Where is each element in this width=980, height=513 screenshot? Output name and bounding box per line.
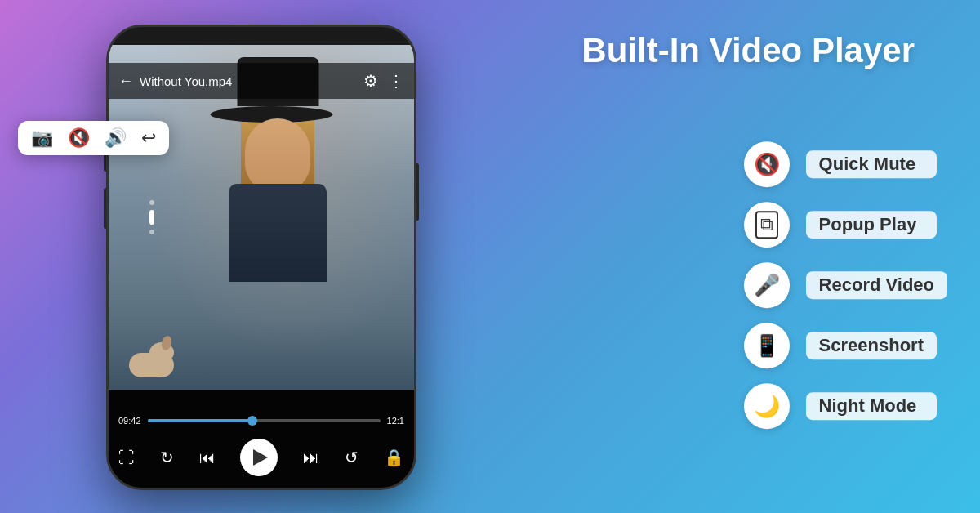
phone-notch [220, 27, 302, 45]
night-mode-icon-circle[interactable]: 🌙 [744, 383, 790, 429]
controls-bar: 09:42 12:1 ⛶ ↻ ⏮ ⏭ ↺ [109, 390, 414, 488]
feature-item-popup-play: ⧉ Popup Play [744, 202, 947, 248]
video-screen: ← Without You.mp4 ⚙ ⋮ 09:42 12:1 [109, 45, 414, 488]
popup-play-label: Popup Play [806, 211, 937, 239]
feature-item-quick-mute: 🔇 Quick Mute [744, 141, 947, 187]
phone-device: ← Without You.mp4 ⚙ ⋮ 09:42 12:1 [65, 25, 457, 490]
rotate-toolbar-icon[interactable]: ↩ [141, 127, 156, 149]
side-dot [149, 200, 154, 205]
feature-item-night-mode: 🌙 Night Mode [744, 383, 947, 429]
rotate-button[interactable]: ↺ [345, 448, 359, 467]
face [245, 118, 310, 192]
more-options-icon[interactable]: ⋮ [388, 71, 404, 91]
progress-section: 09:42 12:1 [118, 416, 404, 426]
side-dot [149, 230, 154, 234]
feature-item-record-video: 🎤 Record Video [744, 262, 947, 308]
prev-button[interactable]: ⏮ [199, 448, 216, 467]
night-mode-label: Night Mode [806, 392, 937, 420]
next-button[interactable]: ⏭ [303, 448, 319, 467]
quick-mute-icon-circle[interactable]: 🔇 [744, 141, 790, 187]
screenshot-toolbar-icon[interactable]: 📷 [31, 127, 53, 149]
total-time: 12:1 [387, 416, 404, 426]
screenshot-icon: 📱 [754, 333, 780, 359]
dog-figure [125, 341, 182, 386]
settings-icon[interactable]: ⚙ [363, 71, 378, 91]
feature-item-screenshot: 📱 Screenshort [744, 323, 947, 368]
night-mode-icon: 🌙 [754, 394, 780, 419]
quick-mute-label: Quick Mute [806, 150, 937, 178]
record-video-icon-circle[interactable]: 🎤 [744, 262, 790, 308]
progress-fill [148, 419, 252, 422]
screenshot-icon-circle[interactable]: 📱 [744, 323, 790, 368]
video-topbar: ← Without You.mp4 ⚙ ⋮ [109, 63, 414, 99]
screenshot-label: Screenshort [806, 332, 937, 359]
popup-play-icon-circle[interactable]: ⧉ [744, 202, 790, 248]
current-time: 09:42 [118, 416, 141, 426]
floating-toolbar: 📷 🔇 🔊 ↩ [18, 121, 169, 155]
dog-head [149, 342, 174, 363]
repeat-button[interactable]: ↻ [160, 448, 174, 467]
back-icon[interactable]: ← [118, 73, 133, 90]
phone-body: ← Without You.mp4 ⚙ ⋮ 09:42 12:1 [106, 25, 416, 490]
progress-track[interactable] [148, 419, 381, 422]
side-dot-active [149, 210, 154, 225]
playback-controls: ⛶ ↻ ⏮ ⏭ ↺ 🔒 [118, 439, 404, 476]
body-jacket [229, 184, 327, 282]
progress-thumb[interactable] [247, 416, 257, 426]
side-dots [149, 200, 154, 234]
record-video-label: Record Video [806, 271, 947, 299]
mute-toolbar-icon[interactable]: 🔇 [68, 127, 90, 149]
record-video-icon: 🎤 [754, 273, 780, 298]
play-button[interactable] [240, 439, 278, 476]
page-title: Built-In Video Player [581, 31, 915, 70]
volume-toolbar-icon[interactable]: 🔊 [105, 127, 127, 149]
play-icon [253, 449, 268, 466]
fullscreen-button[interactable]: ⛶ [118, 448, 135, 467]
feature-panel: 🔇 Quick Mute ⧉ Popup Play 🎤 Record Video… [744, 141, 947, 429]
lock-button[interactable]: 🔒 [384, 448, 404, 467]
quick-mute-icon: 🔇 [754, 152, 780, 177]
popup-play-icon: ⧉ [755, 211, 778, 239]
video-filename: Without You.mp4 [140, 74, 363, 88]
